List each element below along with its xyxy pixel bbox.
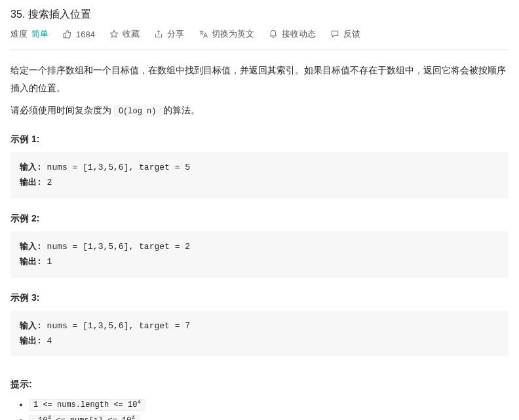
input-label: 输入: bbox=[20, 321, 42, 331]
hint-text: -10 bbox=[33, 416, 48, 420]
example-3: 输入: nums = [1,3,5,6], target = 7 输出: 4 bbox=[10, 311, 509, 357]
desc-p2a: 请必须使用时间复杂度为 bbox=[10, 105, 114, 115]
star-icon bbox=[109, 29, 119, 39]
hint-2: -104 <= nums[i] <= 104 bbox=[29, 413, 509, 420]
input-value: nums = [1,3,5,6], target = 7 bbox=[42, 321, 190, 331]
output-label: 输出: bbox=[20, 257, 42, 267]
subscribe-button[interactable]: 接收动态 bbox=[269, 28, 316, 40]
switch-lang-button[interactable]: 切换为英文 bbox=[199, 28, 254, 40]
problem-title: 35. 搜索插入位置 bbox=[10, 8, 509, 22]
hint-sup: 4 bbox=[137, 399, 140, 406]
input-label: 输入: bbox=[20, 162, 42, 172]
example-1: 输入: nums = [1,3,5,6], target = 5 输出: 2 bbox=[10, 152, 509, 199]
output-value: 2 bbox=[42, 178, 52, 187]
desc-p2: 请必须使用时间复杂度为 O(log n) 的算法。 bbox=[10, 102, 509, 119]
favorite-label: 收藏 bbox=[123, 28, 140, 40]
hint-1: 1 <= nums.length <= 104 bbox=[29, 397, 509, 413]
problem-description: 给定一个排序数组和一个目标值，在数组中找到目标值，并返回其索引。如果目标值不存在… bbox=[10, 62, 509, 119]
input-value: nums = [1,3,5,6], target = 2 bbox=[42, 242, 190, 252]
output-value: 4 bbox=[42, 336, 52, 346]
input-value: nums = [1,3,5,6], target = 5 bbox=[42, 162, 190, 172]
thumbs-up-icon bbox=[63, 29, 72, 39]
favorite-button[interactable]: 收藏 bbox=[109, 28, 140, 40]
hint-text: 1 <= nums.length <= 10 bbox=[33, 400, 137, 410]
difficulty: 难度 简单 bbox=[10, 28, 48, 40]
likes-button[interactable]: 1684 bbox=[63, 29, 95, 39]
output-value: 1 bbox=[42, 257, 52, 267]
share-icon bbox=[154, 29, 163, 39]
example-1-label: 示例 1: bbox=[10, 134, 509, 145]
output-label: 输出: bbox=[20, 336, 42, 346]
complexity-code: O(log n) bbox=[114, 105, 161, 117]
input-label: 输入: bbox=[20, 242, 42, 252]
feedback-button[interactable]: 反馈 bbox=[330, 28, 360, 40]
translate-icon bbox=[199, 29, 208, 39]
likes-count: 1684 bbox=[76, 29, 95, 39]
example-2-label: 示例 2: bbox=[10, 213, 509, 225]
output-label: 输出: bbox=[20, 178, 42, 187]
example-3-label: 示例 3: bbox=[10, 292, 509, 304]
hint-text: <= nums[i] <= 10 bbox=[51, 416, 131, 420]
switch-lang-label: 切换为英文 bbox=[212, 28, 254, 40]
hint-sup: 4 bbox=[131, 415, 134, 420]
meta-bar: 难度 简单 1684 收藏 分享 切换为英文 接收动态 反馈 bbox=[10, 28, 509, 50]
desc-p2b: 的算法。 bbox=[161, 105, 201, 115]
hints-list: 1 <= nums.length <= 104 -104 <= nums[i] … bbox=[10, 397, 509, 420]
hints-label: 提示: bbox=[10, 379, 509, 391]
bell-icon bbox=[269, 29, 278, 39]
subscribe-label: 接收动态 bbox=[282, 28, 316, 40]
desc-p1: 给定一个排序数组和一个目标值，在数组中找到目标值，并返回其索引。如果目标值不存在… bbox=[10, 62, 509, 96]
example-2: 输入: nums = [1,3,5,6], target = 2 输出: 1 bbox=[10, 231, 509, 278]
share-button[interactable]: 分享 bbox=[154, 28, 184, 40]
share-label: 分享 bbox=[167, 28, 184, 40]
difficulty-value: 简单 bbox=[31, 28, 48, 40]
difficulty-label: 难度 bbox=[10, 28, 28, 40]
feedback-label: 反馈 bbox=[343, 28, 360, 40]
feedback-icon bbox=[330, 29, 339, 39]
